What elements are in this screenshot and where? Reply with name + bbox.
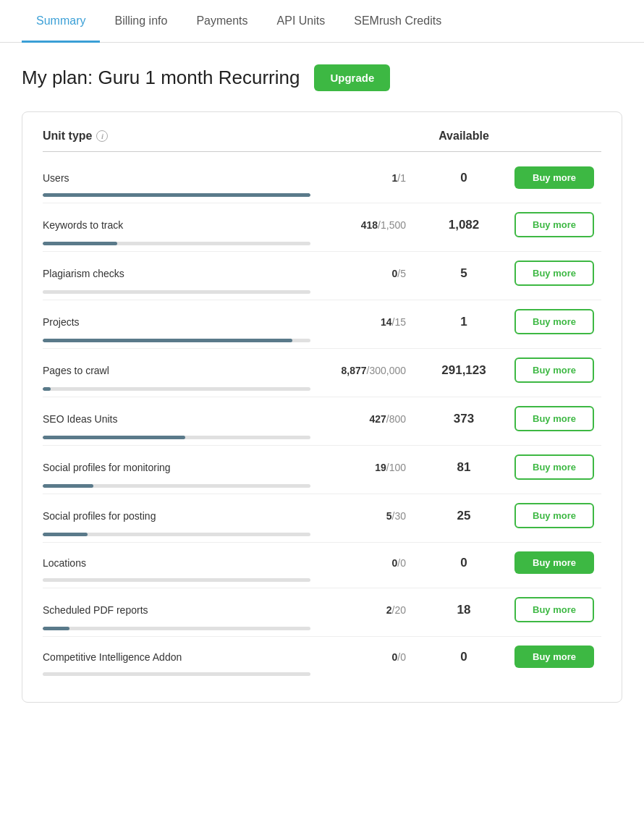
progress-bar-bg xyxy=(43,672,310,676)
unit-usage: 8,877/300,000 xyxy=(341,365,406,376)
table-row: SEO Ideas Units 427/800 373 Buy more xyxy=(43,397,601,446)
progress-wrap xyxy=(43,387,420,391)
progress-wrap xyxy=(43,436,420,439)
unit-available: 0 xyxy=(420,171,507,185)
info-icon[interactable]: i xyxy=(96,130,108,142)
buy-more-button[interactable]: Buy more xyxy=(514,261,594,286)
table-row: Pages to crawl 8,877/300,000 291,123 Buy… xyxy=(43,349,601,397)
progress-wrap xyxy=(43,533,420,536)
progress-wrap xyxy=(43,339,420,342)
unit-usage: 2/20 xyxy=(386,604,406,616)
unit-name: Users xyxy=(43,172,392,184)
tab-semrush[interactable]: SEMrush Credits xyxy=(339,0,456,43)
table-row: Locations 0/0 0 Buy more xyxy=(43,543,601,588)
unit-action: Buy more xyxy=(507,503,601,528)
progress-wrap xyxy=(43,193,420,197)
table-row: Social profiles for posting 5/30 25 Buy … xyxy=(43,494,601,543)
buy-more-button[interactable]: Buy more xyxy=(514,551,594,574)
buy-more-button[interactable]: Buy more xyxy=(514,646,594,668)
buy-more-button[interactable]: Buy more xyxy=(514,357,594,383)
unit-name: SEO Ideas Units xyxy=(43,413,369,425)
progress-bar-bg xyxy=(43,484,310,488)
unit-action: Buy more xyxy=(507,597,601,622)
progress-wrap xyxy=(43,672,420,676)
table-row: Users 1/1 0 Buy more xyxy=(43,158,601,203)
table-row: Competitive Intelligence Addon 0/0 0 Buy… xyxy=(43,637,601,682)
progress-bar-bg xyxy=(43,339,310,342)
buy-more-button[interactable]: Buy more xyxy=(514,309,594,334)
table-row: Projects 14/15 1 Buy more xyxy=(43,300,601,349)
progress-bar-bg xyxy=(43,387,310,391)
progress-bar-bg xyxy=(43,242,310,245)
unit-available: 18 xyxy=(420,603,507,617)
progress-wrap xyxy=(43,242,420,245)
unit-action: Buy more xyxy=(507,646,601,668)
unit-usage: 0/5 xyxy=(392,268,406,279)
unit-name: Social profiles for posting xyxy=(43,510,386,522)
tab-summary[interactable]: Summary xyxy=(22,0,100,43)
progress-bar-fill xyxy=(43,436,185,439)
buy-more-button[interactable]: Buy more xyxy=(514,503,594,528)
buy-more-button[interactable]: Buy more xyxy=(514,212,594,237)
unit-action: Buy more xyxy=(507,406,601,431)
unit-action: Buy more xyxy=(507,454,601,480)
table-row: Social profiles for monitoring 19/100 81… xyxy=(43,446,601,494)
unit-action: Buy more xyxy=(507,551,601,574)
progress-wrap xyxy=(43,627,420,630)
unit-usage: 19/100 xyxy=(375,462,406,473)
plan-title-row: My plan: Guru 1 month Recurring Upgrade xyxy=(0,64,644,91)
unit-action: Buy more xyxy=(507,212,601,237)
unit-name: Plagiarism checks xyxy=(43,268,392,279)
table-header: Unit type i Available xyxy=(43,130,601,152)
unit-available: 81 xyxy=(420,460,507,475)
unit-action: Buy more xyxy=(507,309,601,334)
progress-bar-fill xyxy=(43,193,310,197)
buy-more-button[interactable]: Buy more xyxy=(514,597,594,622)
progress-bar-bg xyxy=(43,290,310,294)
table-row: Keywords to track 418/1,500 1,082 Buy mo… xyxy=(43,203,601,252)
units-card: Unit type i Available Users 1/1 0 Buy mo… xyxy=(22,111,622,703)
tab-billing[interactable]: Billing info xyxy=(100,0,182,43)
unit-available: 0 xyxy=(420,650,507,664)
col-unit-type: Unit type i xyxy=(43,130,420,143)
unit-name: Competitive Intelligence Addon xyxy=(43,651,392,663)
progress-bar-bg xyxy=(43,193,310,197)
buy-more-button[interactable]: Buy more xyxy=(514,166,594,189)
unit-name: Keywords to track xyxy=(43,219,361,231)
unit-available: 1,082 xyxy=(420,218,507,232)
plan-title: My plan: Guru 1 month Recurring xyxy=(22,67,300,89)
unit-available: 1 xyxy=(420,315,507,329)
progress-wrap xyxy=(43,578,420,582)
progress-bar-bg xyxy=(43,533,310,536)
unit-name: Locations xyxy=(43,557,392,569)
unit-usage: 427/800 xyxy=(369,413,406,425)
unit-name: Projects xyxy=(43,316,381,328)
unit-action: Buy more xyxy=(507,357,601,383)
tab-api[interactable]: API Units xyxy=(263,0,340,43)
unit-name: Social profiles for monitoring xyxy=(43,462,375,473)
progress-wrap xyxy=(43,290,420,294)
buy-more-button[interactable]: Buy more xyxy=(514,454,594,480)
progress-bar-fill xyxy=(43,627,69,630)
unit-available: 0 xyxy=(420,556,507,570)
progress-wrap xyxy=(43,484,420,488)
progress-bar-bg xyxy=(43,578,310,582)
unit-usage: 14/15 xyxy=(381,316,406,328)
progress-bar-bg xyxy=(43,627,310,630)
buy-more-button[interactable]: Buy more xyxy=(514,406,594,431)
rows-container: Users 1/1 0 Buy more Keywords to track 4… xyxy=(43,158,601,682)
unit-name: Pages to crawl xyxy=(43,365,341,376)
unit-usage: 5/30 xyxy=(386,510,406,522)
unit-available: 5 xyxy=(420,266,507,281)
progress-bar-fill xyxy=(43,242,117,245)
upgrade-button[interactable]: Upgrade xyxy=(314,64,390,91)
progress-bar-fill xyxy=(43,484,93,488)
tab-payments[interactable]: Payments xyxy=(182,0,262,43)
unit-action: Buy more xyxy=(507,166,601,189)
progress-bar-bg xyxy=(43,436,310,439)
col-available: Available xyxy=(420,130,507,143)
unit-usage: 0/0 xyxy=(392,557,406,569)
unit-name: Scheduled PDF reports xyxy=(43,604,386,616)
table-row: Scheduled PDF reports 2/20 18 Buy more xyxy=(43,588,601,637)
unit-available: 373 xyxy=(420,412,507,426)
